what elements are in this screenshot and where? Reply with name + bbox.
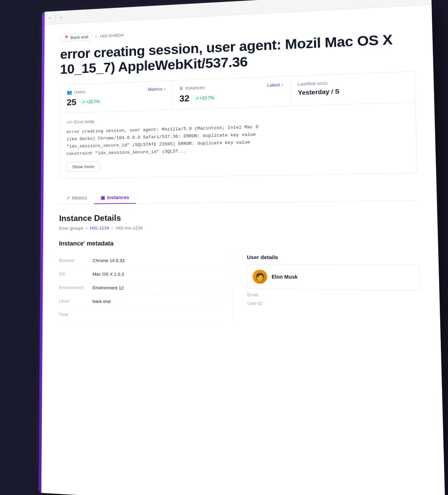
instances-tab-icon: ▣: [101, 195, 105, 200]
tab-instances[interactable]: ▣ Instances: [94, 191, 136, 204]
metadata-right: User details 🧑 Elon Musk Email User-ID: [232, 254, 421, 328]
user-avatar-emoji: 🧑: [255, 273, 264, 281]
sub-breadcrumb-sep2: >: [111, 225, 114, 230]
latest-link[interactable]: Latest ›: [267, 82, 283, 88]
metadata-row-time: Time: [58, 308, 218, 324]
sub-breadcrumb-part1: Error groups: [59, 226, 83, 231]
metrics-tab-icon: ↗: [66, 195, 70, 201]
show-more-button[interactable]: Show more: [66, 162, 100, 172]
metadata-val-browser: Chrome 14.0.33: [93, 258, 124, 264]
error-body-section: </> Error body error creating session, u…: [59, 102, 417, 179]
metadata-row-env: Environment Environment 12: [58, 281, 217, 296]
userid-label: User-ID: [247, 301, 421, 308]
instances-tab-label: Instances: [107, 195, 129, 200]
sub-breadcrumb-part3: HIG-Ins-1234: [116, 225, 142, 231]
user-avatar: 🧑: [252, 270, 267, 284]
user-details-title: User details: [247, 254, 419, 261]
breadcrumb-separator: >: [95, 34, 97, 39]
metric-users-label: 👥 Users: [67, 89, 86, 95]
metrics-tab-label: Metrics: [72, 195, 87, 201]
metric-users-badge: ↗ +23.7%: [79, 98, 102, 105]
metadata-key-browser: Browser: [59, 258, 93, 263]
metadata-row-os: OS Mac OS X 1.0.3: [59, 268, 218, 282]
location-pin-icon: 📍: [64, 35, 69, 40]
error-body-text: error creating session, user agent: Mozi…: [66, 119, 409, 158]
page-content: 📍 Back end > HIG-EABD4 error creating se…: [38, 5, 445, 495]
nav-back-button[interactable]: ‹: [47, 14, 52, 21]
user-info: Elon Musk: [271, 274, 297, 280]
user-name: Elon Musk: [271, 274, 297, 280]
metric-occurrence-label: Last/first occu: [298, 80, 327, 87]
metadata-val-env: Environment 12: [93, 285, 124, 291]
trend-up-icon-2: ↗: [195, 96, 198, 101]
metadata-row-browser: Browser Chrome 14.0.33: [59, 254, 217, 268]
metrics-link[interactable]: Metrics ›: [148, 87, 165, 92]
metric-instances-value: 32: [179, 93, 189, 104]
metric-instances-badge: ↗ +23.7%: [192, 95, 217, 102]
tabs-section: ↗ Metrics ▣ Instances Instance Details E…: [58, 188, 421, 328]
metric-occurrence: Last/first occu Yesterday / S: [290, 71, 415, 106]
metadata-grid: Browser Chrome 14.0.33 OS Mac OS X 1.0.3…: [58, 254, 421, 328]
metric-users: 👥 Users Metrics › 25 ↗ +23.7%: [60, 81, 172, 113]
user-card: 🧑 Elon Musk: [247, 265, 420, 291]
metadata-key-time: Time: [58, 312, 92, 318]
metadata-val-level: back end: [92, 299, 110, 304]
breadcrumb-location[interactable]: 📍 Back end: [60, 33, 92, 42]
breadcrumb-id: HIG-EABD4: [100, 33, 123, 39]
tab-metrics[interactable]: ↗ Metrics: [59, 192, 94, 204]
email-label: Email: [247, 293, 421, 300]
metadata-key-env: Environment: [58, 285, 92, 290]
metadata-section: Instance' metadata Browser Chrome 14.0.3…: [58, 240, 421, 328]
sub-breadcrumb-part2[interactable]: HIG-1234: [90, 226, 109, 231]
section-title: Instance Details: [59, 211, 419, 223]
metadata-title: Instance' metadata: [59, 240, 419, 248]
metadata-key-os: OS: [59, 272, 93, 277]
browser-window: ‹ › 📍 Back end > HIG-EABD4 error creatin…: [38, 0, 445, 495]
nav-forward-button[interactable]: ›: [58, 14, 63, 21]
metric-users-value: 25: [66, 97, 76, 108]
tabs-nav: ↗ Metrics ▣ Instances: [59, 188, 418, 205]
instances-icon: ⊞: [179, 86, 183, 91]
breadcrumb-location-text: Back end: [70, 34, 88, 40]
metadata-row-level: Level back end: [58, 294, 218, 310]
sub-breadcrumb-sep1: >: [85, 226, 88, 231]
users-icon: 👥: [67, 90, 72, 95]
metadata-key-level: Level: [58, 298, 92, 304]
metadata-val-os: Mac OS X 1.0.3: [93, 272, 124, 277]
metric-instances-label: ⊞ Instances: [179, 85, 204, 91]
sub-breadcrumb: Error groups > HIG-1234 > HIG-Ins-1234: [59, 224, 419, 231]
metric-occurrence-value: Yesterday / S: [298, 88, 339, 97]
metadata-left: Browser Chrome 14.0.33 OS Mac OS X 1.0.3…: [58, 254, 233, 324]
trend-up-icon: ↗: [82, 100, 85, 104]
metric-instances: ⊞ Instances Latest › 32 ↗ +23.7%: [172, 76, 291, 110]
nav-divider: [55, 14, 55, 21]
